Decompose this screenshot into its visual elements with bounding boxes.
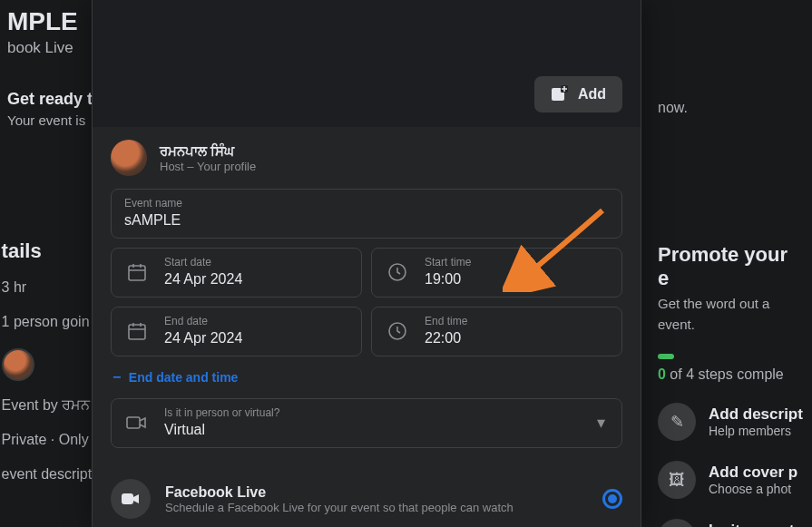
bg-right-now: now.: [658, 100, 803, 116]
end-date-time-toggle[interactable]: − End date and time: [111, 366, 622, 389]
facebook-live-radio[interactable]: [602, 489, 622, 509]
end-date-value: 24 Apr 2024: [164, 330, 348, 346]
bg-details-by: Event by ਰਮਨ: [2, 397, 103, 414]
end-time-label: End time: [425, 315, 609, 327]
event-name-value: sAMPLE: [124, 212, 609, 229]
event-name-label: Event name: [124, 197, 609, 210]
virtual-label: Is it in person or virtual?: [164, 406, 582, 419]
start-time-label: Start time: [425, 256, 609, 268]
plus-image-icon: [551, 85, 569, 103]
steps-text: of 4 steps comple: [670, 366, 783, 382]
bg-promote-title: Promote your e: [658, 243, 803, 290]
svg-rect-2: [129, 266, 145, 280]
start-time-field[interactable]: Start time 19:00: [371, 248, 622, 298]
camera-icon: [124, 410, 150, 435]
facebook-live-option[interactable]: Facebook Live Schedule a Facebook Live f…: [93, 466, 641, 522]
virtual-value: Virtual: [164, 422, 582, 438]
svg-rect-7: [122, 493, 133, 504]
calendar-icon: [124, 259, 150, 285]
progress-bar: [658, 354, 674, 359]
start-time-value: 19:00: [425, 271, 609, 288]
promote-desc-sub: Help members: [709, 424, 803, 438]
end-time-value: 22:00: [425, 330, 609, 346]
video-icon: [111, 479, 151, 519]
clock-icon: [385, 259, 410, 285]
start-date-value: 24 Apr 2024: [164, 271, 348, 288]
image-icon: 🖼: [669, 471, 685, 490]
promote-desc-title: Add descript: [709, 405, 803, 424]
facebook-live-title: Facebook Live: [165, 484, 514, 501]
bg-avatar: [2, 348, 34, 381]
promote-item-desc[interactable]: ✎ Add descript Help members: [658, 403, 803, 441]
facebook-live-sub: Schedule a Facebook Live for your event …: [165, 501, 514, 514]
promote-item-invite[interactable]: 👤 Invite guests Invite guests: [658, 519, 803, 527]
bg-promote-sub2: event.: [658, 317, 803, 332]
end-date-label: End date: [164, 315, 348, 327]
bg-details-private: Private · Only: [2, 432, 103, 448]
clock-icon: [385, 318, 410, 344]
chevron-down-icon: ▾: [597, 413, 605, 433]
event-name-field[interactable]: Event name sAMPLE: [111, 189, 622, 239]
bg-details-going: 1 person goin: [2, 314, 103, 330]
add-cover-label: Add: [578, 86, 606, 102]
promote-cover-title: Add cover p: [709, 464, 797, 482]
steps-count: 0: [658, 366, 666, 382]
cover-area: Add: [93, 0, 641, 127]
calendar-icon: [124, 318, 150, 344]
svg-rect-6: [127, 417, 140, 428]
end-date-time-label: End date and time: [129, 370, 239, 385]
minus-icon: −: [113, 369, 121, 385]
host-avatar: [111, 140, 147, 176]
pencil-icon: ✎: [670, 412, 684, 432]
create-event-modal: Add ਰਮਨਪਾਲ ਸਿੰਘ Host – Your profile Even…: [92, 0, 641, 527]
promote-item-cover[interactable]: 🖼 Add cover p Choose a phot: [658, 461, 803, 499]
bg-promote-sub1: Get the word out a: [658, 296, 803, 311]
svg-rect-4: [129, 325, 145, 339]
virtual-field[interactable]: Is it in person or virtual? Virtual ▾: [111, 398, 622, 448]
promote-cover-sub: Choose a phot: [709, 482, 797, 496]
end-date-field[interactable]: End date 24 Apr 2024: [111, 307, 362, 356]
end-time-field[interactable]: End time 22:00: [371, 307, 622, 356]
add-cover-button[interactable]: Add: [534, 76, 622, 112]
host-name: ਰਮਨਪਾਲ ਸਿੰਘ: [160, 143, 256, 160]
bg-details-heading: tails: [2, 239, 103, 263]
bg-details-desc: event descriptio: [2, 466, 103, 483]
start-date-field[interactable]: Start date 24 Apr 2024: [111, 248, 362, 298]
host-role: Host – Your profile: [160, 160, 256, 173]
promote-invite-title: Invite guests: [709, 522, 803, 527]
start-date-label: Start date: [164, 256, 348, 268]
bg-details-duration: 3 hr: [2, 279, 103, 296]
